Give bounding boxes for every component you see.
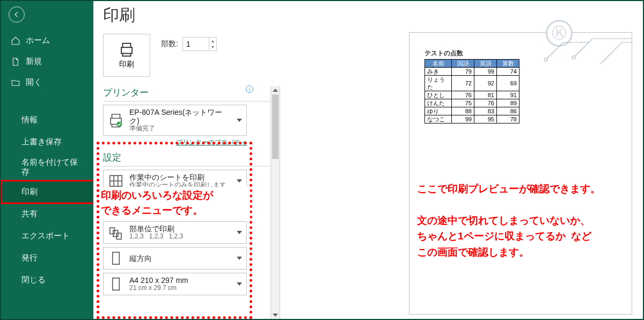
sidebar-item-label: 新規 bbox=[26, 56, 42, 67]
printer-selector[interactable]: EP-807A Series(ネットワーク) 準備完了 bbox=[103, 105, 247, 136]
printer-icon bbox=[108, 112, 124, 128]
chevron-down-icon bbox=[237, 282, 242, 286]
copies-down[interactable]: ▼ bbox=[209, 44, 216, 50]
settings-scrollbar[interactable] bbox=[270, 86, 280, 319]
scroll-up[interactable] bbox=[271, 86, 280, 94]
option-icon bbox=[108, 224, 124, 241]
chevron-down-icon bbox=[237, 231, 242, 234]
print-button[interactable]: 印刷 bbox=[103, 34, 150, 77]
option-icon bbox=[108, 250, 124, 266]
printer-properties-link[interactable]: プリンターのプロパティ bbox=[103, 138, 247, 147]
decorative-lines bbox=[541, 32, 633, 64]
new-doc-icon bbox=[11, 57, 20, 67]
scroll-thumb[interactable] bbox=[272, 94, 279, 159]
option-icon bbox=[108, 276, 124, 292]
back-button[interactable] bbox=[9, 6, 25, 23]
printer-status: 準備完了 bbox=[129, 125, 231, 133]
print-button-label: 印刷 bbox=[119, 60, 134, 69]
sidebar-item-label: ホーム bbox=[26, 35, 50, 46]
svg-rect-7 bbox=[113, 278, 120, 290]
chevron-down-icon bbox=[237, 119, 242, 122]
chevron-down-icon bbox=[237, 179, 242, 183]
printer-section-title: プリンター i bbox=[103, 86, 270, 101]
page-title: 印刷 bbox=[103, 4, 270, 26]
sidebar-item-open[interactable]: 開く bbox=[1, 72, 93, 93]
settings-section-title: 設定 bbox=[103, 151, 270, 166]
copies-up[interactable]: ▲ bbox=[209, 38, 216, 44]
sidebar-item-close[interactable]: 閉じる bbox=[1, 269, 93, 291]
setting-option-3[interactable]: 縦方向 bbox=[103, 247, 247, 270]
sidebar-item-home[interactable]: ホーム bbox=[1, 30, 93, 51]
sidebar-item-info[interactable]: 情報 bbox=[1, 109, 93, 131]
copies-control: 部数: ▲ ▼ bbox=[161, 37, 217, 51]
info-icon[interactable]: i bbox=[246, 85, 253, 93]
annotation-left: 印刷のいろいろな設定が できるメニューです。 bbox=[100, 187, 250, 219]
print-settings-column: 印刷 印刷 部数: ▲ ▼ bbox=[93, 1, 270, 319]
copies-label: 部数: bbox=[161, 39, 178, 49]
preview-table: 名前国語英語算数 みき799974りょうた729269ひとし768191けんた7… bbox=[425, 59, 519, 123]
open-folder-icon bbox=[11, 78, 20, 88]
sidebar-item-save[interactable]: 上書き保存 bbox=[1, 131, 93, 153]
backstage-sidebar: ホーム 新規 開く 情報上書き保存名前を付けて保存印刷共有エクスポート発行閉じる bbox=[1, 1, 93, 319]
setting-option-2[interactable]: 部単位で印刷1,2,3 1,2,3 1,2,3 bbox=[103, 221, 247, 244]
chevron-down-icon bbox=[237, 257, 242, 260]
sidebar-item-label: 開く bbox=[26, 77, 42, 88]
copies-input[interactable] bbox=[183, 39, 209, 49]
sidebar-item-saveas[interactable]: 名前を付けて保存 bbox=[1, 153, 93, 181]
sidebar-primary: ホーム 新規 開く bbox=[1, 26, 93, 93]
printer-name: EP-807A Series(ネットワーク) bbox=[129, 108, 231, 125]
sidebar-item-print[interactable]: 印刷 bbox=[1, 181, 93, 203]
sidebar-item-export[interactable]: エクスポート bbox=[1, 225, 93, 247]
sidebar-secondary: 情報上書き保存名前を付けて保存印刷共有エクスポート発行閉じる bbox=[1, 105, 93, 291]
sidebar-item-publish[interactable]: 発行 bbox=[1, 247, 93, 269]
setting-option-4[interactable]: A4 210 x 297 mm21 cm x 29.7 cm bbox=[103, 273, 247, 295]
sidebar-item-share[interactable]: 共有 bbox=[1, 203, 93, 225]
sidebar-item-new[interactable]: 新規 bbox=[1, 51, 93, 72]
annotation-right: ここで印刷プレビューが確認できます。 文の途中で切れてしまっていないか、 ちゃん… bbox=[417, 181, 642, 260]
svg-rect-6 bbox=[113, 252, 120, 265]
main-area: 印刷 印刷 部数: ▲ ▼ bbox=[93, 1, 643, 319]
print-preview: Ⓚ テストの点数 名前国語英語算数 みき799974りょうた729269ひとし7… bbox=[409, 32, 632, 315]
home-icon bbox=[11, 36, 20, 46]
